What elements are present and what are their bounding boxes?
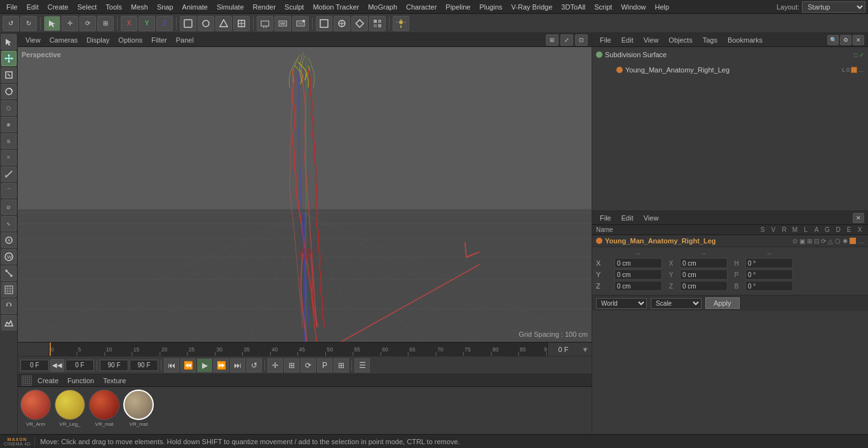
mesh-mode-btn[interactable] xyxy=(198,16,214,31)
coord-z-size[interactable]: 0 cm xyxy=(680,281,728,291)
obj-file-menu[interactable]: File xyxy=(596,35,615,45)
material-item-vr-leg[interactable]: VR_Leg_ xyxy=(55,390,85,427)
viewport-menu-display[interactable]: Display xyxy=(83,35,113,45)
obj-bookmarks-menu[interactable]: Bookmarks xyxy=(724,35,766,45)
play-btn[interactable]: ▶ xyxy=(197,358,212,372)
tool-weight[interactable]: W xyxy=(1,249,17,264)
keyframe-rot-btn[interactable]: ⟳ xyxy=(301,358,316,372)
keyframe-record-btn[interactable]: P xyxy=(317,358,332,372)
menu-select[interactable]: Select xyxy=(74,2,101,12)
viewport-ctrl-1[interactable]: ⊞ xyxy=(546,34,559,46)
tool-knife[interactable]: ⌗ xyxy=(1,150,17,165)
next-frame-btn[interactable]: ⏩ xyxy=(214,358,229,372)
menu-vray[interactable]: V-Ray Bridge xyxy=(508,2,557,12)
obj-tags-menu[interactable]: Tags xyxy=(699,35,721,45)
parallel-btn[interactable] xyxy=(334,16,350,31)
menu-sculpt[interactable]: Sculpt xyxy=(281,2,308,12)
obj-subdivision-row[interactable]: Subdivision Surface □ ✓ xyxy=(592,47,868,62)
poly-mode-btn[interactable] xyxy=(233,16,250,31)
tool-rotate[interactable] xyxy=(1,84,17,99)
menu-mesh[interactable]: Mesh xyxy=(127,2,152,12)
go-start-btn[interactable]: ⏮ xyxy=(164,358,179,372)
render-btn[interactable] xyxy=(275,16,291,31)
mat-menu-create[interactable]: Create xyxy=(34,376,62,385)
menu-snap[interactable]: Snap xyxy=(153,2,177,12)
start-frame-input[interactable] xyxy=(20,360,49,371)
material-ball-vr-leg[interactable] xyxy=(55,390,85,420)
menu-window[interactable]: Window xyxy=(617,2,649,12)
viewport-3d[interactable]: Y X Z Perspective Grid Spacing : 100 cm xyxy=(18,47,592,342)
move-btn[interactable]: ✛ xyxy=(62,16,78,31)
menu-plugins[interactable]: Plugins xyxy=(475,2,506,12)
coord-h-rot[interactable]: 0 ° xyxy=(745,258,793,268)
attr-object-row[interactable]: Young_Man_Anatomy_Right_Leg ⊙ ▣ ⊞ ⊡ ⟳ △ … xyxy=(592,235,868,247)
attr-close-btn[interactable]: ✕ xyxy=(853,213,864,223)
tool-pen[interactable] xyxy=(1,166,17,182)
coord-y-pos[interactable]: 0 cm xyxy=(614,269,662,280)
model-mode-btn[interactable] xyxy=(180,16,196,31)
obj-view-menu[interactable]: View xyxy=(640,35,663,45)
tool-extrude[interactable]: ⊕ xyxy=(1,117,17,132)
menu-simulate[interactable]: Simulate xyxy=(213,2,248,12)
timeline-ruler[interactable]: 0 5 10 15 20 25 30 35 40 xyxy=(18,342,592,356)
tool-sculpt[interactable] xyxy=(1,233,17,248)
tool-joint[interactable] xyxy=(1,266,17,281)
keyframe-move-btn[interactable]: ✛ xyxy=(268,358,283,372)
anim-render-btn[interactable] xyxy=(292,16,309,31)
viewport-menu-cameras[interactable]: Cameras xyxy=(46,35,82,45)
material-item-vr-mat2[interactable]: VR_mat xyxy=(123,390,154,427)
loop-btn[interactable]: ↺ xyxy=(247,358,262,372)
go-end-btn[interactable]: ⏭ xyxy=(230,358,245,372)
edge-mode-btn[interactable] xyxy=(215,16,232,31)
mat-menu-texture[interactable]: Texture xyxy=(100,376,129,385)
world-dropdown[interactable]: World xyxy=(596,298,647,309)
apply-button[interactable]: Apply xyxy=(705,297,740,309)
rotate-btn[interactable]: ⟳ xyxy=(79,16,96,31)
tool-magnet[interactable] xyxy=(1,299,17,314)
coord-y-size[interactable]: 0 cm xyxy=(680,269,728,280)
coord-x-size[interactable]: 0 cm xyxy=(680,258,728,268)
axis-x-btn[interactable]: X xyxy=(121,16,137,31)
tool-selection[interactable] xyxy=(1,34,17,50)
texture-btn[interactable] xyxy=(351,16,368,31)
obj-close-btn[interactable]: ✕ xyxy=(853,35,864,45)
attr-view-menu[interactable]: View xyxy=(640,213,663,223)
viewport-menu-panel[interactable]: Panel xyxy=(172,35,198,45)
scale-btn[interactable]: ⊞ xyxy=(97,16,114,31)
material-item-vr-mat1[interactable]: VR_mat xyxy=(89,390,119,427)
scale-dropdown[interactable]: Scale xyxy=(651,298,702,309)
menu-tools[interactable]: Tools xyxy=(102,2,126,12)
menu-render[interactable]: Render xyxy=(249,2,280,12)
axis-z-btn[interactable]: Z xyxy=(156,16,173,31)
menu-create[interactable]: Create xyxy=(44,2,72,12)
menu-file[interactable]: File xyxy=(3,2,22,12)
tool-poly[interactable]: ⬡ xyxy=(1,100,17,116)
coord-z-pos[interactable]: 0 cm xyxy=(614,281,662,291)
material-ball-vr-arm[interactable] xyxy=(20,390,51,420)
timeline-track[interactable]: 0 5 10 15 20 25 30 35 40 xyxy=(50,343,547,356)
viewport-ctrl-2[interactable]: ⤢ xyxy=(560,34,573,46)
menu-script[interactable]: Script xyxy=(590,2,616,12)
coord-x-pos[interactable]: 0 cm xyxy=(614,258,662,268)
tool-move[interactable] xyxy=(1,51,17,66)
tool-terrain[interactable] xyxy=(1,315,17,330)
obj-search-btn[interactable]: 🔍 xyxy=(827,35,839,45)
preview-end-input[interactable] xyxy=(130,360,158,371)
prev-frame-btn[interactable]: ⏪ xyxy=(180,358,196,372)
viewport-ctrl-3[interactable]: ⊡ xyxy=(575,34,588,46)
coord-p-rot[interactable]: 0 ° xyxy=(745,269,793,280)
timeline-arrow-btn[interactable]: ▼ xyxy=(579,343,592,356)
keyframe-dots-btn[interactable]: ⊞ xyxy=(334,358,349,372)
keyframe-scale-btn[interactable]: ⊞ xyxy=(284,358,299,372)
menu-mograph[interactable]: MoGraph xyxy=(364,2,401,12)
attr-file-menu[interactable]: File xyxy=(596,213,615,223)
menu-pipeline[interactable]: Pipeline xyxy=(442,2,474,12)
tool-grid[interactable] xyxy=(1,282,17,297)
current-frame-input[interactable] xyxy=(65,360,94,371)
obj-objects-menu[interactable]: Objects xyxy=(665,35,696,45)
motion-clip-btn[interactable]: ☰ xyxy=(355,358,370,372)
tool-measure[interactable]: ∿ xyxy=(1,216,17,231)
tool-spline[interactable]: ⌒ xyxy=(1,183,17,198)
obj-settings-btn[interactable]: ⚙ xyxy=(840,35,851,45)
coord-b-rot[interactable]: 0 ° xyxy=(745,281,793,291)
